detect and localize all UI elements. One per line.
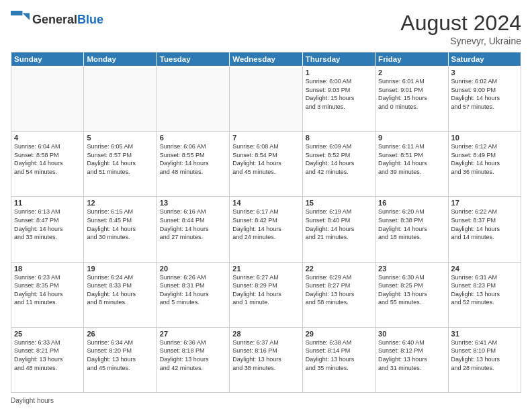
day-number: 2	[378, 68, 445, 77]
calendar-cell: 20Sunrise: 6:26 AM Sunset: 8:31 PM Dayli…	[157, 262, 229, 327]
week-row-1: 1Sunrise: 6:00 AM Sunset: 9:03 PM Daylig…	[11, 66, 521, 132]
generalblue-icon	[11, 11, 30, 30]
day-info: Sunrise: 6:36 AM Sunset: 8:18 PM Dayligh…	[160, 338, 226, 372]
day-number: 26	[87, 330, 153, 338]
day-info: Sunrise: 6:24 AM Sunset: 8:33 PM Dayligh…	[87, 273, 153, 307]
day-number: 4	[14, 134, 81, 142]
day-info: Sunrise: 6:23 AM Sunset: 8:35 PM Dayligh…	[14, 273, 81, 307]
day-info: Sunrise: 6:04 AM Sunset: 8:58 PM Dayligh…	[14, 142, 81, 176]
footer-label: Daylight hours	[11, 397, 54, 404]
day-number: 13	[160, 199, 226, 207]
calendar-cell: 6Sunrise: 6:06 AM Sunset: 8:55 PM Daylig…	[157, 132, 229, 197]
calendar-cell: 11Sunrise: 6:13 AM Sunset: 8:47 PM Dayli…	[11, 197, 84, 262]
day-info: Sunrise: 6:01 AM Sunset: 9:01 PM Dayligh…	[378, 77, 445, 111]
day-number: 16	[378, 199, 445, 207]
calendar-cell: 9Sunrise: 6:11 AM Sunset: 8:51 PM Daylig…	[375, 132, 448, 197]
calendar-cell: 3Sunrise: 6:02 AM Sunset: 9:00 PM Daylig…	[448, 66, 521, 132]
day-number: 20	[160, 265, 226, 273]
weekday-header-monday: Monday	[84, 52, 157, 66]
calendar-cell: 4Sunrise: 6:04 AM Sunset: 8:58 PM Daylig…	[11, 132, 84, 197]
day-number: 5	[87, 134, 153, 142]
calendar-cell: 23Sunrise: 6:30 AM Sunset: 8:25 PM Dayli…	[375, 262, 448, 327]
weekday-header-saturday: Saturday	[448, 52, 521, 66]
week-row-3: 11Sunrise: 6:13 AM Sunset: 8:47 PM Dayli…	[11, 197, 521, 262]
weekday-header-thursday: Thursday	[302, 52, 375, 66]
day-info: Sunrise: 6:40 AM Sunset: 8:12 PM Dayligh…	[378, 338, 445, 372]
week-row-4: 18Sunrise: 6:23 AM Sunset: 8:35 PM Dayli…	[11, 262, 521, 327]
svg-rect-2	[11, 15, 23, 20]
day-number: 30	[378, 330, 445, 338]
calendar-cell	[84, 66, 157, 132]
week-row-2: 4Sunrise: 6:04 AM Sunset: 8:58 PM Daylig…	[11, 132, 521, 197]
day-number: 23	[378, 265, 445, 273]
calendar-cell: 21Sunrise: 6:27 AM Sunset: 8:29 PM Dayli…	[230, 262, 302, 327]
day-number: 1	[306, 68, 372, 77]
day-info: Sunrise: 6:34 AM Sunset: 8:20 PM Dayligh…	[87, 338, 153, 372]
day-number: 31	[451, 330, 518, 338]
day-info: Sunrise: 6:16 AM Sunset: 8:44 PM Dayligh…	[160, 208, 226, 241]
calendar-cell	[11, 66, 84, 132]
day-number: 29	[306, 330, 372, 338]
day-info: Sunrise: 6:37 AM Sunset: 8:16 PM Dayligh…	[232, 338, 299, 372]
calendar-cell: 26Sunrise: 6:34 AM Sunset: 8:20 PM Dayli…	[84, 327, 157, 392]
calendar-cell: 12Sunrise: 6:15 AM Sunset: 8:45 PM Dayli…	[84, 197, 157, 262]
weekday-header-tuesday: Tuesday	[157, 52, 229, 66]
logo-text: General Blue	[32, 13, 103, 27]
day-number: 9	[378, 134, 445, 142]
calendar-cell: 15Sunrise: 6:19 AM Sunset: 8:40 PM Dayli…	[302, 197, 375, 262]
day-info: Sunrise: 6:26 AM Sunset: 8:31 PM Dayligh…	[160, 273, 226, 307]
day-number: 18	[14, 265, 81, 273]
day-info: Sunrise: 6:33 AM Sunset: 8:21 PM Dayligh…	[14, 338, 81, 372]
calendar-cell: 27Sunrise: 6:36 AM Sunset: 8:18 PM Dayli…	[157, 327, 229, 392]
svg-marker-0	[23, 13, 30, 21]
title-block: August 2024 Synevyr, Ukraine	[400, 11, 521, 46]
day-number: 25	[14, 330, 81, 338]
calendar-cell: 10Sunrise: 6:12 AM Sunset: 8:49 PM Dayli…	[448, 132, 521, 197]
day-info: Sunrise: 6:29 AM Sunset: 8:27 PM Dayligh…	[306, 273, 372, 307]
calendar-cell: 17Sunrise: 6:22 AM Sunset: 8:37 PM Dayli…	[448, 197, 521, 262]
day-info: Sunrise: 6:41 AM Sunset: 8:10 PM Dayligh…	[451, 338, 518, 372]
logo: General Blue	[11, 11, 103, 30]
week-row-5: 25Sunrise: 6:33 AM Sunset: 8:21 PM Dayli…	[11, 327, 521, 392]
calendar-cell: 18Sunrise: 6:23 AM Sunset: 8:35 PM Dayli…	[11, 262, 84, 327]
day-number: 7	[232, 134, 299, 142]
day-number: 15	[306, 199, 372, 207]
day-number: 19	[87, 265, 153, 273]
day-number: 8	[306, 134, 372, 142]
day-info: Sunrise: 6:08 AM Sunset: 8:54 PM Dayligh…	[232, 142, 299, 176]
page: General Blue August 2024 Synevyr, Ukrain…	[0, 0, 532, 411]
day-number: 6	[160, 134, 226, 142]
day-info: Sunrise: 6:27 AM Sunset: 8:29 PM Dayligh…	[232, 273, 299, 307]
weekday-header-friday: Friday	[375, 52, 448, 66]
calendar-cell: 8Sunrise: 6:09 AM Sunset: 8:52 PM Daylig…	[302, 132, 375, 197]
calendar-cell: 22Sunrise: 6:29 AM Sunset: 8:27 PM Dayli…	[302, 262, 375, 327]
calendar-cell: 24Sunrise: 6:31 AM Sunset: 8:23 PM Dayli…	[448, 262, 521, 327]
weekday-header-wednesday: Wednesday	[230, 52, 302, 66]
day-info: Sunrise: 6:05 AM Sunset: 8:57 PM Dayligh…	[87, 142, 153, 176]
calendar: SundayMondayTuesdayWednesdayThursdayFrid…	[11, 52, 521, 393]
calendar-cell: 19Sunrise: 6:24 AM Sunset: 8:33 PM Dayli…	[84, 262, 157, 327]
day-info: Sunrise: 6:19 AM Sunset: 8:40 PM Dayligh…	[306, 208, 372, 241]
day-info: Sunrise: 6:22 AM Sunset: 8:37 PM Dayligh…	[451, 208, 518, 241]
logo-general: General	[32, 13, 77, 27]
svg-rect-1	[11, 11, 23, 15]
weekday-header-row: SundayMondayTuesdayWednesdayThursdayFrid…	[11, 52, 521, 66]
day-info: Sunrise: 6:31 AM Sunset: 8:23 PM Dayligh…	[451, 273, 518, 307]
day-info: Sunrise: 6:02 AM Sunset: 9:00 PM Dayligh…	[451, 77, 518, 111]
calendar-cell: 28Sunrise: 6:37 AM Sunset: 8:16 PM Dayli…	[230, 327, 302, 392]
day-number: 24	[451, 265, 518, 273]
day-number: 10	[451, 134, 518, 142]
day-info: Sunrise: 6:09 AM Sunset: 8:52 PM Dayligh…	[306, 142, 372, 176]
month-year: August 2024	[400, 11, 521, 36]
day-info: Sunrise: 6:15 AM Sunset: 8:45 PM Dayligh…	[87, 208, 153, 241]
day-number: 3	[451, 68, 518, 77]
calendar-cell: 13Sunrise: 6:16 AM Sunset: 8:44 PM Dayli…	[157, 197, 229, 262]
header: General Blue August 2024 Synevyr, Ukrain…	[11, 11, 521, 46]
day-info: Sunrise: 6:38 AM Sunset: 8:14 PM Dayligh…	[306, 338, 372, 372]
day-info: Sunrise: 6:13 AM Sunset: 8:47 PM Dayligh…	[14, 208, 81, 241]
day-info: Sunrise: 6:11 AM Sunset: 8:51 PM Dayligh…	[378, 142, 445, 176]
logo-blue: Blue	[77, 13, 103, 27]
day-number: 17	[451, 199, 518, 207]
day-number: 22	[306, 265, 372, 273]
calendar-cell: 29Sunrise: 6:38 AM Sunset: 8:14 PM Dayli…	[302, 327, 375, 392]
